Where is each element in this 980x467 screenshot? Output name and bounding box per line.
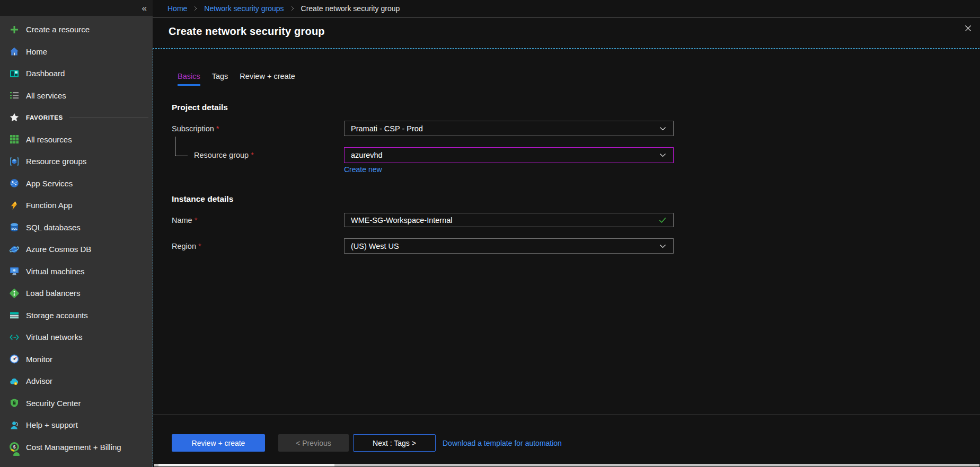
name-input[interactable]: WME-SG-Workspace-Internal <box>344 213 674 227</box>
sidebar-item-cost-management-billing[interactable]: $Cost Management + Billing <box>0 436 153 459</box>
required-asterisk: * <box>198 242 201 250</box>
tab-strip: BasicsTagsReview + create <box>178 72 307 86</box>
sidebar-item-create-a-resource[interactable]: Create a resource <box>0 19 153 41</box>
dashboard-icon <box>8 68 20 79</box>
sidebar-item-favorites: FAVORITES <box>0 106 153 129</box>
required-asterisk: * <box>216 124 219 133</box>
resource-group-dropdown[interactable]: azurevhd <box>344 147 674 163</box>
sidebar-item-label: Help + support <box>26 420 78 429</box>
storage-bars-icon <box>8 310 20 321</box>
sidebar-item-label: Azure Cosmos DB <box>26 245 91 254</box>
vnet-brackets-icon <box>8 331 20 343</box>
create-nsg-panel: BasicsTagsReview + create Project detail… <box>153 48 979 467</box>
sidebar-item-dashboard[interactable]: Dashboard <box>0 62 153 85</box>
sidebar-item-all-resources[interactable]: All resources <box>0 129 153 151</box>
person-headset-icon <box>8 419 20 430</box>
shield-lock-icon <box>8 398 20 409</box>
sidebar-item-label: All services <box>26 91 66 100</box>
sidebar-item-label: Monitor <box>26 355 52 364</box>
tab-basics[interactable]: Basics <box>178 72 200 86</box>
close-icon[interactable] <box>963 23 973 33</box>
sidebar-item-list: Create a resourceHomeDashboardAll servic… <box>0 16 153 458</box>
region-value: (US) West US <box>351 242 399 250</box>
sidebar-item-advisor[interactable]: Advisor <box>0 370 153 392</box>
subscription-value: Pramati - CSP - Prod <box>351 124 423 133</box>
sidebar-item-storage-accounts[interactable]: Storage accounts <box>0 304 153 327</box>
loadbalancer-diamond-icon <box>8 288 20 299</box>
sidebar-item-label: Security Center <box>26 399 81 408</box>
tab-tags[interactable]: Tags <box>212 72 228 86</box>
download-template-link[interactable]: Download a template for automation <box>443 434 562 452</box>
svg-text:$: $ <box>13 444 15 450</box>
name-label: Name* <box>172 216 197 224</box>
plus-icon <box>8 24 20 35</box>
sidebar-item-azure-cosmos-db[interactable]: Azure Cosmos DB <box>0 238 153 261</box>
review-create-button[interactable]: Review + create <box>172 434 265 452</box>
validation-check-icon <box>658 217 667 223</box>
resource-group-value: azurevhd <box>351 151 383 159</box>
subscription-dropdown[interactable]: Pramati - CSP - Prod <box>344 121 674 136</box>
create-new-link[interactable]: Create new <box>344 165 382 174</box>
chevron-right-icon <box>192 5 199 12</box>
sql-database-icon: SQL <box>8 222 20 233</box>
required-asterisk: * <box>251 151 254 159</box>
region-dropdown[interactable]: (US) West US <box>344 238 674 254</box>
sidebar-item-label: Storage accounts <box>26 311 88 320</box>
required-asterisk: * <box>195 216 198 224</box>
chevron-down-icon <box>659 244 667 249</box>
services-list-icon <box>8 90 20 101</box>
home-icon <box>8 46 20 57</box>
sidebar-item-virtual-networks[interactable]: Virtual networks <box>0 326 153 348</box>
previous-button[interactable]: < Previous <box>278 434 349 452</box>
sidebar-item-resource-groups[interactable]: Resource groups <box>0 150 153 173</box>
sidebar-item-label: SQL databases <box>26 223 81 232</box>
sidebar-top-strip: « <box>0 0 153 16</box>
breadcrumb-home[interactable]: Home <box>167 4 187 13</box>
page-title: Create network security group <box>169 25 325 38</box>
lightning-icon <box>8 200 20 211</box>
star-icon <box>8 112 20 123</box>
sidebar-item-all-services[interactable]: All services <box>0 85 153 107</box>
resource-group-label: Resource group* <box>194 151 254 159</box>
sidebar-item-app-services[interactable]: App Services <box>0 173 153 195</box>
sidebar-item-label: App Services <box>26 179 73 188</box>
sidebar-item-label: Virtual machines <box>26 267 85 276</box>
advisor-cloud-icon <box>8 375 20 387</box>
breadcrumb-network-security-groups[interactable]: Network security groups <box>204 4 284 13</box>
sidebar-item-label: FAVORITES <box>26 114 63 121</box>
sidebar-item-help-support[interactable]: Help + support <box>0 414 153 436</box>
vm-monitor-icon <box>8 266 20 277</box>
breadcrumb: HomeNetwork security groupsCreate networ… <box>153 0 980 17</box>
breadcrumb-create-network-security-group: Create network security group <box>301 4 400 13</box>
next-tags-button[interactable]: Next : Tags > <box>353 434 436 452</box>
cost-ring-icon: $ <box>8 442 20 453</box>
scrollbar-thumb[interactable] <box>158 464 334 466</box>
sidebar-item-monitor[interactable]: Monitor <box>0 348 153 371</box>
favorites-divider <box>69 117 148 118</box>
footer-divider <box>153 415 980 415</box>
chevron-down-icon <box>659 152 667 158</box>
sidebar-item-security-center[interactable]: Security Center <box>0 392 153 415</box>
sidebar-item-load-balancers[interactable]: Load balancers <box>0 282 153 304</box>
collapse-sidebar-button[interactable]: « <box>142 4 147 13</box>
sidebar-item-home[interactable]: Home <box>0 41 153 63</box>
subscription-label: Subscription* <box>172 124 219 133</box>
sidebar-item-function-app[interactable]: Function App <box>0 194 153 217</box>
name-value: WME-SG-Workspace-Internal <box>351 216 453 224</box>
cube-icon <box>8 156 20 167</box>
cosmos-planet-icon <box>8 244 20 255</box>
sidebar: « Create a resourceHomeDashboardAll serv… <box>0 0 153 467</box>
project-details-heading: Project details <box>172 103 228 112</box>
sidebar-item-label: Cost Management + Billing <box>26 443 121 452</box>
sidebar-item-sql-databases[interactable]: SQLSQL databases <box>0 217 153 239</box>
azure-portal-window: « Create a resourceHomeDashboardAll serv… <box>0 0 980 467</box>
instance-details-heading: Instance details <box>172 194 233 204</box>
tab-review-create[interactable]: Review + create <box>240 72 295 86</box>
sidebar-item-label: Function App <box>26 201 73 210</box>
sidebar-item-label: Virtual networks <box>26 333 82 342</box>
partial-sidebar-icon <box>13 452 20 456</box>
horizontal-scrollbar[interactable] <box>154 464 979 466</box>
sidebar-item-label: Dashboard <box>26 69 65 78</box>
sidebar-item-label: Advisor <box>26 376 52 385</box>
sidebar-item-virtual-machines[interactable]: Virtual machines <box>0 261 153 283</box>
